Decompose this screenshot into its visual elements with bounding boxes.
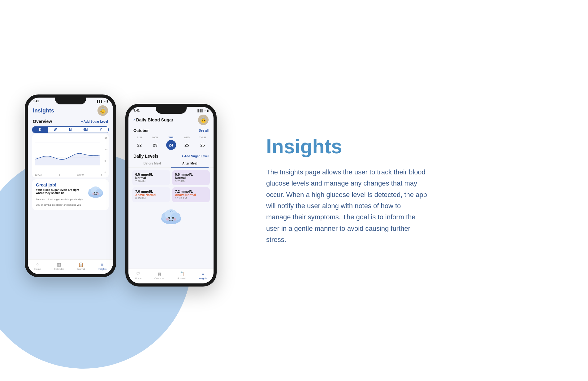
chart-x-labels: 12 AM 6 12 PM 6 xyxy=(35,173,102,176)
phone2-add-sugar-btn[interactable]: + Add Sugar Level xyxy=(182,155,209,158)
day-tue-name: TUE xyxy=(169,136,174,139)
phone-insights-overview: 9:41 ▌▌▌ ⌐ ▮ Insights 👵 Overview + Add S… xyxy=(25,94,116,277)
nav-home-label-p2: Home xyxy=(135,277,141,280)
right-content-panel: Insights The Insights page allows the us… xyxy=(235,123,563,258)
nav-calendar-label-p1: Calendar xyxy=(54,268,64,270)
nav-home-p1[interactable]: ♡ Home xyxy=(34,262,41,270)
svg-point-18 xyxy=(166,218,169,221)
day-mon-name: MON xyxy=(152,136,158,139)
journal-icon-p1: 📋 xyxy=(78,262,84,267)
day-thur[interactable]: THUR 26 xyxy=(197,136,209,150)
phone1-avatar[interactable]: 👵 xyxy=(97,105,108,116)
phone2-month: October xyxy=(133,128,149,133)
nav-calendar-p1[interactable]: ▦ Calendar xyxy=(54,262,64,270)
nav-calendar-p2[interactable]: ▦ Calendar xyxy=(154,271,164,280)
day-sun-name: SUN xyxy=(137,136,142,139)
phone2-time: 9:41 xyxy=(133,109,140,112)
nav-journal-p2[interactable]: 📋 Journal xyxy=(177,271,185,280)
phone2-bottom-nav: ♡ Home ▦ Calendar 📋 Journal ≡ Insights xyxy=(128,269,214,283)
battery-icon-p2: ▮ xyxy=(207,109,209,112)
insights-icon-p1: ≡ xyxy=(101,262,103,267)
phones-container: 9:41 ▌▌▌ ⌐ ▮ Insights 👵 Overview + Add S… xyxy=(25,94,217,287)
reading-time-2: 3:23 PM xyxy=(175,180,207,183)
feature-description: The Insights page allows the user to tra… xyxy=(266,167,427,245)
before-meal-tab[interactable]: Before Meal xyxy=(133,160,171,167)
day-sun[interactable]: SUN 22 xyxy=(133,136,146,150)
phone1-overview-label: Overview xyxy=(33,119,52,124)
day-thur-num: 26 xyxy=(198,140,208,150)
svg-point-9 xyxy=(96,192,97,193)
chart-y-labels: 15 10 5 0 xyxy=(105,137,107,174)
phone1-title: Insights xyxy=(33,107,54,114)
cloud-mascot-p2 xyxy=(159,205,184,225)
day-tue[interactable]: TUE 24 xyxy=(165,136,177,150)
time-tab-y[interactable]: Y xyxy=(93,127,108,133)
calendar-icon-p2: ▦ xyxy=(158,271,162,276)
phone2-avatar[interactable]: 👵 xyxy=(198,115,209,125)
home-icon-p2: ♡ xyxy=(136,271,140,276)
reading-time-1: 7:20 AM xyxy=(135,180,167,183)
day-mon-num: 23 xyxy=(150,140,160,150)
reading-time-4: 10:45 PM xyxy=(175,197,207,200)
phone1-bottom-nav: ♡ Home ▦ Calendar 📋 Journal ≡ Insights xyxy=(28,259,113,274)
phone2-status-icons: ▌▌▌ ⌐ ▮ xyxy=(198,109,209,112)
nav-insights-p1[interactable]: ≡ Insights xyxy=(98,262,106,270)
back-button[interactable]: ‹ Daily Blood Sugar xyxy=(133,117,173,122)
svg-point-8 xyxy=(94,192,95,193)
nav-insights-p2[interactable]: ≡ Insights xyxy=(198,271,207,280)
phone1-add-sugar-btn[interactable]: + Add Sugar Level xyxy=(81,120,108,123)
nav-calendar-label-p2: Calendar xyxy=(154,277,164,280)
cloud-mascot-container-p2 xyxy=(128,205,214,225)
day-mon[interactable]: MON 23 xyxy=(149,136,162,150)
svg-point-17 xyxy=(172,217,174,219)
day-selector: SUN 22 MON 23 TUE 24 WED 25 xyxy=(128,134,214,152)
reading-val-4: 7.2 mmol/L xyxy=(175,190,207,193)
time-tab-d[interactable]: D xyxy=(32,127,48,133)
see-all-btn[interactable]: See all xyxy=(199,129,209,132)
phone1-time-filter: D W M 6M Y xyxy=(32,126,109,133)
insights-icon-p2: ≡ xyxy=(201,271,204,276)
time-tab-w[interactable]: W xyxy=(48,127,63,133)
nav-home-label-p1: Home xyxy=(34,268,41,270)
phone1-overview-header: Overview + Add Sugar Level xyxy=(28,118,113,125)
nav-journal-label-p2: Journal xyxy=(177,277,185,280)
nav-home-p2[interactable]: ♡ Home xyxy=(135,271,141,280)
reading-val-1: 6.5 mmol/L xyxy=(135,173,167,176)
after-meal-tab[interactable]: After Meal xyxy=(171,160,209,168)
time-tab-m[interactable]: M xyxy=(63,127,78,133)
phone2-title: Daily Blood Sugar xyxy=(136,117,174,122)
home-icon-p1: ♡ xyxy=(36,262,40,267)
feature-title: Insights xyxy=(266,136,545,157)
reading-status-1: Normal xyxy=(135,176,167,180)
svg-point-10 xyxy=(93,193,94,195)
signal-icon-p2: ▌▌▌ xyxy=(198,109,204,112)
signal-icon: ▌▌▌ xyxy=(97,100,103,103)
cloud-mascot-p1 xyxy=(86,182,105,199)
svg-point-7 xyxy=(96,189,102,195)
phone2-header: ‹ Daily Blood Sugar 👵 xyxy=(128,112,214,127)
great-job-title: Great job! xyxy=(36,182,86,187)
wifi-icon-p2: ⌐ xyxy=(205,109,206,112)
great-job-subtitle: Your blood sugar levels are right where … xyxy=(36,188,86,195)
phone1-chart: 15 10 5 0 xyxy=(32,134,109,177)
svg-point-16 xyxy=(168,217,170,219)
nav-insights-label-p2: Insights xyxy=(198,277,207,280)
great-job-text: Great job! Your blood sugar levels are r… xyxy=(36,182,86,207)
reading-card-2: 5.5 mmol/L Normal 3:23 PM xyxy=(172,170,210,185)
phone1-notch xyxy=(55,98,86,104)
reading-status-2: Normal xyxy=(175,176,207,180)
reading-status-3: Above Normal xyxy=(135,193,167,197)
phone1-screen: 9:41 ▌▌▌ ⌐ ▮ Insights 👵 Overview + Add S… xyxy=(28,98,113,274)
time-tab-6m[interactable]: 6M xyxy=(78,127,93,133)
reading-status-4: Above Normal xyxy=(175,193,207,197)
back-arrow-icon: ‹ xyxy=(133,117,135,122)
day-wed[interactable]: WED 25 xyxy=(181,136,193,150)
daily-levels-title: Daily Levels xyxy=(133,154,158,159)
main-container: 9:41 ▌▌▌ ⌐ ▮ Insights 👵 Overview + Add S… xyxy=(0,0,588,381)
day-sun-num: 22 xyxy=(135,140,145,150)
chart-svg xyxy=(35,137,100,171)
svg-point-11 xyxy=(97,193,99,195)
reading-val-3: 7.0 mmol/L xyxy=(135,190,167,193)
great-job-card: Great job! Your blood sugar levels are r… xyxy=(32,179,109,210)
nav-journal-p1[interactable]: 📋 Journal xyxy=(77,262,85,270)
